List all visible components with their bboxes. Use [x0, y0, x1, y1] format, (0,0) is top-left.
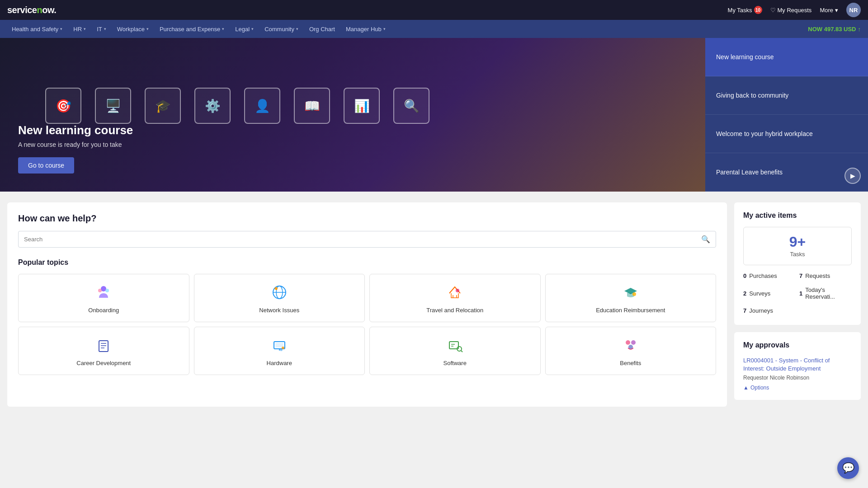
nav-hr[interactable]: HR ▾ [69, 20, 90, 38]
help-title: How can we help? [18, 213, 716, 224]
hero-sidebar-item-2[interactable]: Welcome to your hybrid workplace [705, 115, 868, 153]
svg-rect-9 [99, 341, 108, 352]
tasks-count: 9+ [751, 235, 844, 249]
topic-career[interactable]: Career Development [18, 327, 189, 375]
logo-text: servicenow. [7, 5, 56, 15]
hero-content: New learning course A new course is read… [18, 123, 687, 174]
nav-manager-hub[interactable]: Manager Hub ▾ [341, 20, 390, 38]
nav-workplace[interactable]: Workplace ▾ [113, 20, 153, 38]
search-bar: 🔍 [18, 231, 716, 248]
search-input[interactable] [24, 236, 701, 243]
logo[interactable]: servicenow. [7, 5, 56, 15]
hero-icon-monitor: 🖥️ [95, 88, 131, 124]
svg-point-8 [632, 292, 636, 296]
top-bar: servicenow. My Tasks 10 ♡ My Requests Mo… [0, 0, 868, 20]
top-right-nav: My Tasks 10 ♡ My Requests More ▾ NR [728, 3, 861, 17]
heart-icon: ♡ [770, 7, 776, 14]
stat-surveys[interactable]: 2 Surveys [743, 285, 796, 302]
svg-point-6 [275, 287, 278, 290]
svg-rect-14 [275, 343, 283, 347]
nav-org-chart[interactable]: Org Chart [305, 20, 340, 38]
nav-items: Health and Safety ▾ HR ▾ IT ▾ Workplace … [7, 20, 390, 38]
hero-sidebar-item-1[interactable]: Giving back to community [705, 76, 868, 115]
onboarding-icon [95, 283, 112, 301]
chevron-down-icon: ▾ [60, 27, 62, 31]
svg-point-23 [626, 340, 630, 345]
svg-point-7 [456, 289, 459, 292]
nav-bar: Health and Safety ▾ HR ▾ IT ▾ Workplace … [0, 20, 868, 38]
travel-icon [447, 283, 463, 301]
tasks-big-display: 9+ Tasks [743, 227, 852, 265]
education-icon [623, 283, 639, 301]
chevron-down-icon: ▾ [104, 27, 106, 31]
topic-label-software: Software [443, 360, 467, 367]
my-tasks-label: My Tasks [728, 7, 752, 14]
topic-network-issues[interactable]: Network Issues [194, 274, 365, 322]
svg-point-1 [98, 289, 102, 292]
stat-requests[interactable]: 7 Requests [799, 271, 852, 281]
chevron-down-icon: ▾ [222, 27, 224, 31]
stat-purchases[interactable]: 0 Purchases [743, 271, 796, 281]
nav-it[interactable]: IT ▾ [92, 20, 111, 38]
chevron-down-icon: ▾ [84, 27, 86, 31]
logo-now: n [37, 5, 42, 15]
hero-icon-graduation: 🎓 [145, 88, 181, 124]
chevron-down-icon: ▾ [251, 27, 254, 31]
topic-label-hardware: Hardware [267, 360, 292, 367]
hero-sidebar-item-0[interactable]: New learning course [705, 38, 868, 76]
hero-icon-person: 👤 [244, 88, 280, 124]
topics-grid: Onboarding Network Issues Travel and Rel… [18, 274, 716, 375]
nav-health-safety[interactable]: Health and Safety ▾ [7, 20, 67, 38]
svg-line-20 [461, 351, 462, 352]
topic-label-education: Education Reimbursement [596, 307, 665, 314]
svg-point-17 [282, 347, 284, 349]
chevron-down-icon: ▾ [383, 27, 386, 31]
hero-sidebar-item-3[interactable]: Parental Leave benefits ▶ [705, 153, 868, 192]
hero-icon-book: 📖 [294, 88, 330, 124]
arrow-up-icon: ↑ [858, 26, 861, 33]
nav-legal[interactable]: Legal ▾ [231, 20, 258, 38]
topic-benefits[interactable]: Benefits [545, 327, 717, 375]
my-requests-item[interactable]: ♡ My Requests [770, 7, 812, 14]
topic-onboarding[interactable]: Onboarding [18, 274, 189, 322]
network-issues-icon [271, 283, 288, 301]
main-content: How can we help? 🔍 Popular topics Onboar… [0, 192, 868, 418]
topic-education[interactable]: Education Reimbursement [545, 274, 717, 322]
hero-section: 🎯 🖥️ 🎓 ⚙️ 👤 📖 📊 🔍 New learning course A … [0, 38, 868, 192]
approval-item-link[interactable]: LR0004001 - System - Conflict of Interes… [743, 357, 830, 372]
stat-journeys[interactable]: 7 Journeys [743, 305, 796, 316]
hero-icon-search: 🔍 [393, 88, 429, 124]
avatar[interactable]: NR [846, 3, 861, 17]
hero-icon-gear: ⚙️ [194, 88, 231, 124]
play-button[interactable]: ▶ [844, 168, 861, 184]
approvals-title: My approvals [743, 341, 852, 349]
my-tasks-item[interactable]: My Tasks 10 [728, 6, 762, 14]
nav-purchase-expense[interactable]: Purchase and Expense ▾ [155, 20, 229, 38]
svg-point-24 [631, 340, 636, 345]
topic-software[interactable]: Software [369, 327, 541, 375]
more-item[interactable]: More ▾ [820, 7, 838, 14]
go-to-course-button[interactable]: Go to course [18, 157, 74, 174]
career-icon [95, 336, 112, 354]
approval-options-link[interactable]: ▲ Options [743, 385, 852, 391]
topic-label-benefits: Benefits [620, 360, 641, 367]
nav-community[interactable]: Community ▾ [260, 20, 303, 38]
stat-reservations[interactable]: 1 Today's Reservati... [799, 285, 852, 302]
hero-sidebar: New learning course Giving back to commu… [705, 38, 868, 192]
hero-main: 🎯 🖥️ 🎓 ⚙️ 👤 📖 📊 🔍 New learning course A … [0, 38, 705, 192]
more-label: More [820, 7, 833, 14]
svg-point-2 [105, 289, 109, 292]
help-section: How can we help? 🔍 Popular topics Onboar… [7, 202, 727, 407]
topic-hardware[interactable]: Hardware [194, 327, 365, 375]
benefits-icon [623, 336, 639, 354]
hero-icon-chart: 📊 [344, 88, 380, 124]
topic-label-travel: Travel and Relocation [426, 307, 483, 314]
topic-travel-relocation[interactable]: Travel and Relocation [369, 274, 541, 322]
popular-topics-title: Popular topics [18, 258, 716, 267]
software-icon [447, 336, 463, 354]
topic-label-career: Career Development [76, 360, 131, 367]
active-items-card: My active items 9+ Tasks 0 Purchases 7 R… [734, 202, 861, 325]
hardware-icon [271, 336, 288, 354]
right-panel: My active items 9+ Tasks 0 Purchases 7 R… [734, 202, 861, 407]
currency-display: NOW 497.83 USD ↑ [808, 26, 861, 33]
